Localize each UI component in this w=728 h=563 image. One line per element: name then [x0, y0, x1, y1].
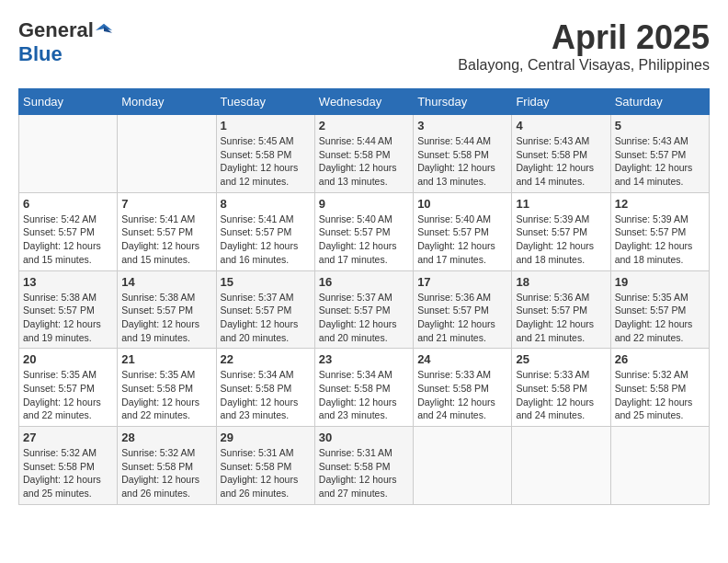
day-number: 9: [319, 197, 409, 211]
day-number: 8: [221, 197, 311, 211]
calendar-day-header: Saturday: [610, 89, 709, 115]
calendar-cell: 13Sunrise: 5:38 AMSunset: 5:57 PMDayligh…: [19, 270, 118, 349]
day-info: Sunrise: 5:32 AMSunset: 5:58 PMDaylight:…: [615, 368, 705, 422]
title-section: April 2025 Balayong, Central Visayas, Ph…: [458, 18, 710, 74]
day-info: Sunrise: 5:37 AMSunset: 5:57 PMDaylight:…: [319, 291, 409, 345]
day-info: Sunrise: 5:40 AMSunset: 5:57 PMDaylight:…: [417, 213, 507, 267]
day-number: 24: [417, 352, 507, 366]
calendar-cell: 7Sunrise: 5:41 AMSunset: 5:57 PMDaylight…: [118, 192, 216, 270]
day-info: Sunrise: 5:41 AMSunset: 5:57 PMDaylight:…: [221, 213, 311, 267]
location-title: Balayong, Central Visayas, Philippines: [458, 57, 710, 74]
calendar-cell: 24Sunrise: 5:33 AMSunset: 5:58 PMDayligh…: [414, 349, 512, 427]
calendar-cell: [414, 427, 512, 505]
day-number: 25: [516, 352, 606, 366]
calendar-cell: 23Sunrise: 5:34 AMSunset: 5:58 PMDayligh…: [314, 349, 413, 427]
day-number: 1: [221, 119, 311, 132]
day-info: Sunrise: 5:41 AMSunset: 5:57 PMDaylight:…: [121, 213, 211, 267]
calendar-cell: 18Sunrise: 5:36 AMSunset: 5:57 PMDayligh…: [512, 270, 610, 349]
day-info: Sunrise: 5:35 AMSunset: 5:57 PMDaylight:…: [615, 291, 705, 345]
day-number: 16: [319, 275, 409, 289]
day-number: 20: [23, 352, 113, 366]
calendar-week-row: 27Sunrise: 5:32 AMSunset: 5:58 PMDayligh…: [19, 427, 710, 505]
day-number: 13: [23, 275, 113, 289]
day-info: Sunrise: 5:34 AMSunset: 5:58 PMDaylight:…: [319, 368, 409, 422]
day-number: 10: [417, 197, 507, 211]
day-info: Sunrise: 5:36 AMSunset: 5:57 PMDaylight:…: [516, 291, 606, 345]
calendar-cell: 11Sunrise: 5:39 AMSunset: 5:57 PMDayligh…: [512, 192, 610, 270]
day-info: Sunrise: 5:43 AMSunset: 5:58 PMDaylight:…: [516, 134, 606, 189]
day-number: 21: [121, 352, 211, 366]
day-number: 2: [319, 119, 409, 132]
calendar-table: SundayMondayTuesdayWednesdayThursdayFrid…: [18, 88, 710, 505]
day-number: 28: [121, 431, 211, 444]
day-number: 26: [615, 352, 705, 366]
day-info: Sunrise: 5:32 AMSunset: 5:58 PMDaylight:…: [121, 446, 211, 500]
calendar-cell: 22Sunrise: 5:34 AMSunset: 5:58 PMDayligh…: [216, 349, 314, 427]
calendar-cell: 4Sunrise: 5:43 AMSunset: 5:58 PMDaylight…: [512, 115, 610, 193]
day-number: 14: [121, 275, 211, 289]
calendar-cell: 16Sunrise: 5:37 AMSunset: 5:57 PMDayligh…: [314, 270, 413, 349]
calendar-day-header: Tuesday: [216, 89, 314, 115]
day-info: Sunrise: 5:35 AMSunset: 5:57 PMDaylight:…: [23, 368, 113, 422]
calendar-cell: 27Sunrise: 5:32 AMSunset: 5:58 PMDayligh…: [19, 427, 118, 505]
calendar-day-header: Thursday: [414, 89, 512, 115]
calendar-week-row: 1Sunrise: 5:45 AMSunset: 5:58 PMDaylight…: [19, 115, 710, 193]
calendar-day-header: Monday: [118, 89, 216, 115]
month-title: April 2025: [458, 18, 710, 57]
calendar-cell: 30Sunrise: 5:31 AMSunset: 5:58 PMDayligh…: [314, 427, 413, 505]
calendar-cell: 5Sunrise: 5:43 AMSunset: 5:57 PMDaylight…: [610, 115, 709, 193]
logo-bird-icon: [96, 22, 112, 39]
calendar-cell: 3Sunrise: 5:44 AMSunset: 5:58 PMDaylight…: [414, 115, 512, 193]
calendar-week-row: 20Sunrise: 5:35 AMSunset: 5:57 PMDayligh…: [19, 349, 710, 427]
day-number: 30: [319, 431, 409, 444]
day-info: Sunrise: 5:34 AMSunset: 5:58 PMDaylight:…: [221, 368, 311, 422]
calendar-cell: 29Sunrise: 5:31 AMSunset: 5:58 PMDayligh…: [216, 427, 314, 505]
day-number: 27: [23, 431, 113, 444]
day-info: Sunrise: 5:33 AMSunset: 5:58 PMDaylight:…: [417, 368, 507, 422]
calendar-day-header: Wednesday: [314, 89, 413, 115]
day-number: 5: [615, 119, 705, 132]
day-info: Sunrise: 5:44 AMSunset: 5:58 PMDaylight:…: [319, 134, 409, 189]
day-info: Sunrise: 5:37 AMSunset: 5:57 PMDaylight:…: [221, 291, 311, 345]
day-number: 4: [516, 119, 606, 132]
day-number: 17: [417, 275, 507, 289]
day-info: Sunrise: 5:40 AMSunset: 5:57 PMDaylight:…: [319, 213, 409, 267]
calendar-week-row: 13Sunrise: 5:38 AMSunset: 5:57 PMDayligh…: [19, 270, 710, 349]
calendar-cell: 10Sunrise: 5:40 AMSunset: 5:57 PMDayligh…: [414, 192, 512, 270]
calendar-day-header: Friday: [512, 89, 610, 115]
day-number: 15: [221, 275, 311, 289]
day-info: Sunrise: 5:31 AMSunset: 5:58 PMDaylight:…: [221, 446, 311, 500]
calendar-cell: [512, 427, 610, 505]
calendar-cell: 8Sunrise: 5:41 AMSunset: 5:57 PMDaylight…: [216, 192, 314, 270]
day-info: Sunrise: 5:38 AMSunset: 5:57 PMDaylight:…: [121, 291, 211, 345]
day-info: Sunrise: 5:36 AMSunset: 5:57 PMDaylight:…: [417, 291, 507, 345]
day-info: Sunrise: 5:42 AMSunset: 5:57 PMDaylight:…: [23, 213, 113, 267]
day-number: 29: [221, 431, 311, 444]
day-info: Sunrise: 5:38 AMSunset: 5:57 PMDaylight:…: [23, 291, 113, 345]
calendar-day-header: Sunday: [19, 89, 118, 115]
calendar-cell: [118, 115, 216, 193]
day-info: Sunrise: 5:39 AMSunset: 5:57 PMDaylight:…: [516, 213, 606, 267]
day-number: 12: [615, 197, 705, 211]
day-number: 3: [417, 119, 507, 132]
calendar-cell: 2Sunrise: 5:44 AMSunset: 5:58 PMDaylight…: [314, 115, 413, 193]
day-info: Sunrise: 5:31 AMSunset: 5:58 PMDaylight:…: [319, 446, 409, 500]
calendar-cell: 12Sunrise: 5:39 AMSunset: 5:57 PMDayligh…: [610, 192, 709, 270]
calendar-cell: 26Sunrise: 5:32 AMSunset: 5:58 PMDayligh…: [610, 349, 709, 427]
day-info: Sunrise: 5:43 AMSunset: 5:57 PMDaylight:…: [615, 134, 705, 189]
calendar-cell: 14Sunrise: 5:38 AMSunset: 5:57 PMDayligh…: [118, 270, 216, 349]
day-info: Sunrise: 5:45 AMSunset: 5:58 PMDaylight:…: [221, 134, 311, 189]
calendar-cell: 6Sunrise: 5:42 AMSunset: 5:57 PMDaylight…: [19, 192, 118, 270]
day-number: 23: [319, 352, 409, 366]
page-header: General Blue April 2025 Balayong, Centra…: [18, 18, 710, 74]
calendar-cell: 21Sunrise: 5:35 AMSunset: 5:58 PMDayligh…: [118, 349, 216, 427]
day-info: Sunrise: 5:44 AMSunset: 5:58 PMDaylight:…: [417, 134, 507, 189]
logo-blue-text: Blue: [18, 42, 63, 65]
day-info: Sunrise: 5:33 AMSunset: 5:58 PMDaylight:…: [516, 368, 606, 422]
calendar-cell: 20Sunrise: 5:35 AMSunset: 5:57 PMDayligh…: [19, 349, 118, 427]
calendar-header-row: SundayMondayTuesdayWednesdayThursdayFrid…: [19, 89, 710, 115]
day-number: 11: [516, 197, 606, 211]
day-number: 19: [615, 275, 705, 289]
day-info: Sunrise: 5:32 AMSunset: 5:58 PMDaylight:…: [23, 446, 113, 500]
day-info: Sunrise: 5:35 AMSunset: 5:58 PMDaylight:…: [121, 368, 211, 422]
